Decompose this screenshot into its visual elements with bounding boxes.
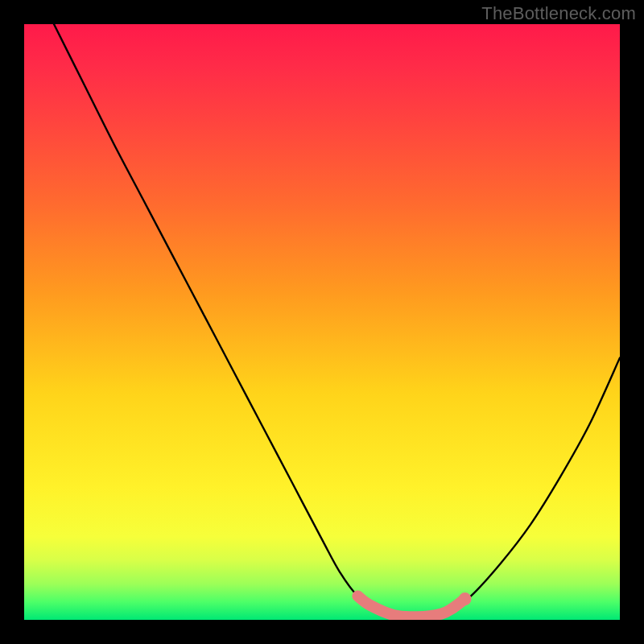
- plot-area: [24, 24, 620, 620]
- curve-layer: [24, 24, 620, 620]
- bottleneck-curve: [54, 24, 620, 617]
- chart-frame: TheBottleneck.com: [0, 0, 644, 644]
- optimal-zone-highlight: [357, 596, 464, 617]
- optimal-zone-end-dot: [459, 592, 472, 605]
- watermark-text: TheBottleneck.com: [481, 3, 636, 24]
